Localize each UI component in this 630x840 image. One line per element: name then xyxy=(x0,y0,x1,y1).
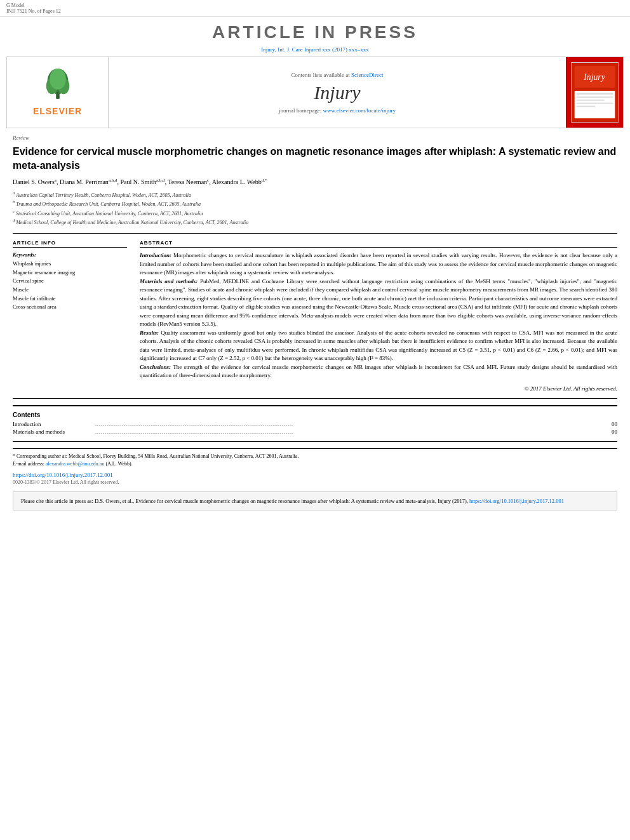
contents-page-2: 00 xyxy=(612,429,617,435)
sup-abd2: a,b,d xyxy=(156,178,165,183)
email-suffix: (A.L. Webb). xyxy=(105,461,132,467)
doi-line[interactable]: Injury, Int. J. Care Injured xxx (2017) … xyxy=(0,45,630,57)
footer-section: * Corresponding author at: Medical Schoo… xyxy=(13,448,617,485)
svg-rect-9 xyxy=(574,91,615,118)
affiliation-a: a Australian Capital Territory Health, C… xyxy=(13,190,617,199)
elsevier-logo: ELSEVIER xyxy=(33,69,82,116)
contents-item-2: Materials and methods ..................… xyxy=(13,429,617,435)
abstract-text: Introduction: Morphometric changes to ce… xyxy=(140,251,617,380)
svg-point-4 xyxy=(50,69,66,90)
corresponding-label: * Corresponding author at: xyxy=(13,453,67,459)
contents-title: Contents xyxy=(13,411,617,418)
keyword-4: Muscle xyxy=(13,286,127,295)
svg-rect-14 xyxy=(576,106,594,107)
journal-header: ELSEVIER Contents lists available at Sci… xyxy=(6,57,624,128)
injury-cover-thumbnail: Injury xyxy=(571,62,619,123)
section-label: Review xyxy=(13,135,617,141)
contents-dots-1: ........................................… xyxy=(95,422,609,427)
methods-label: Materials and methods: xyxy=(140,278,198,284)
injury-badge-area: Injury xyxy=(566,57,623,128)
article-info-column: ARTICLE INFO Keywords: Whiplash injuries… xyxy=(13,240,127,392)
conclusions-text: The strength of the evidence for cervica… xyxy=(140,364,617,379)
article-in-press-banner: ARTICLE IN PRESS xyxy=(0,17,630,45)
abstract-header: ABSTRACT xyxy=(140,240,617,248)
contents-item-1-label: Introduction xyxy=(13,421,95,427)
article-body: Review Evidence for cervical muscle morp… xyxy=(0,135,630,392)
model-label: G Model xyxy=(6,3,61,8)
elsevier-logo-area: ELSEVIER xyxy=(7,57,109,128)
svg-rect-12 xyxy=(576,100,604,101)
contents-page-1: 00 xyxy=(612,421,617,427)
abstract-column: ABSTRACT Introduction: Morphometric chan… xyxy=(140,240,617,392)
svg-rect-10 xyxy=(576,93,613,95)
email-link[interactable]: alexandra.webb@anu.edu.au xyxy=(46,461,104,467)
intro-text: Morphometric changes to cervical muscula… xyxy=(140,252,617,276)
two-column-layout: ARTICLE INFO Keywords: Whiplash injuries… xyxy=(13,240,617,392)
contents-section: Contents Introduction ..................… xyxy=(13,405,617,442)
doi-link[interactable]: https://doi.org/10.1016/j.injury.2017.12… xyxy=(13,472,113,478)
affiliation-d: d Medical School, College of Health and … xyxy=(13,217,617,227)
contents-dots-2: ........................................… xyxy=(95,429,609,435)
journal-name: Injury xyxy=(314,82,360,103)
cover-svg: Injury xyxy=(571,63,619,122)
top-bar: G Model INJJ 7521 No. of Pages 12 xyxy=(0,0,630,17)
homepage-url[interactable]: www.elsevier.com/locate/injury xyxy=(323,107,396,114)
keyword-2: Magnetic resonance imaging xyxy=(13,269,127,277)
svg-rect-11 xyxy=(576,97,613,98)
methods-text: PubMed, MEDLINE and Cochrane Library wer… xyxy=(140,278,617,328)
keyword-6: Cross-sectional area xyxy=(13,303,127,312)
contents-item-2-label: Materials and methods xyxy=(13,429,95,435)
model-info: G Model INJJ 7521 No. of Pages 12 xyxy=(6,3,61,14)
affiliation-c: c Statistical Consulting Unit, Australia… xyxy=(13,208,617,218)
sup-c: c xyxy=(207,178,209,183)
sup-abd: a,b,d xyxy=(109,178,117,183)
contents-item-1: Introduction ...........................… xyxy=(13,421,617,427)
citation-prefix: Please cite this article in press as: D.… xyxy=(21,498,468,504)
conclusions-label: Conclusions: xyxy=(140,364,171,370)
article-title: Evidence for cervical muscle morphometri… xyxy=(13,145,617,172)
keyword-1: Whiplash injuries xyxy=(13,260,127,269)
sciencedirect-link[interactable]: ScienceDirect xyxy=(351,72,383,78)
intro-label: Introduction: xyxy=(140,252,171,258)
divider-2 xyxy=(13,398,617,399)
divider-1 xyxy=(13,233,617,234)
results-label: Results: xyxy=(140,330,159,336)
sciencedirect-line: Contents lists available at ScienceDirec… xyxy=(292,72,384,78)
elsevier-tree-icon xyxy=(39,69,77,103)
citation-doi-link[interactable]: https://doi.org/10.1016/j.injury.2017.12… xyxy=(469,498,564,504)
keywords-label: Keywords: xyxy=(13,251,127,258)
copyright: © 2017 Elsevier Ltd. All rights reserved… xyxy=(140,385,617,392)
email-label: E-mail address: xyxy=(13,461,44,467)
elsevier-name: ELSEVIER xyxy=(33,106,82,116)
journal-info-center: Contents lists available at ScienceDirec… xyxy=(109,57,566,128)
article-info-header: ARTICLE INFO xyxy=(13,240,127,248)
license-text: 0020-1383/© 2017 Elsevier Ltd. All right… xyxy=(13,479,617,485)
sciencedirect-label: Contents lists available at xyxy=(292,72,350,78)
doi-section: https://doi.org/10.1016/j.injury.2017.12… xyxy=(13,472,617,478)
homepage-line: journal homepage: www.elsevier.com/locat… xyxy=(279,107,396,114)
svg-text:Injury: Injury xyxy=(583,72,605,82)
sup-d-star: d,* xyxy=(262,178,267,183)
svg-rect-13 xyxy=(576,103,613,104)
results-text: Quality assessment was uniformly good bu… xyxy=(140,330,617,362)
affiliations: a Australian Capital Territory Health, C… xyxy=(13,190,617,227)
corresponding-note: * Corresponding author at: Medical Schoo… xyxy=(13,453,617,468)
sup-a: a xyxy=(55,178,57,183)
keyword-5: Muscle fat infiltrate xyxy=(13,295,127,303)
journal-id: INJJ 7521 No. of Pages 12 xyxy=(6,8,61,14)
homepage-label: journal homepage: xyxy=(279,107,321,114)
citation-box: Please cite this article in press as: D.… xyxy=(13,491,617,511)
keyword-3: Cervical spine xyxy=(13,277,127,286)
authors-line: Daniel S. Owersa, Diana M. Perrimana,b,d… xyxy=(13,177,617,187)
corresponding-address: Medical School, Florey Building, 54 Mill… xyxy=(69,453,298,459)
affiliation-b: b Trauma and Orthopaedic Research Unit, … xyxy=(13,199,617,208)
